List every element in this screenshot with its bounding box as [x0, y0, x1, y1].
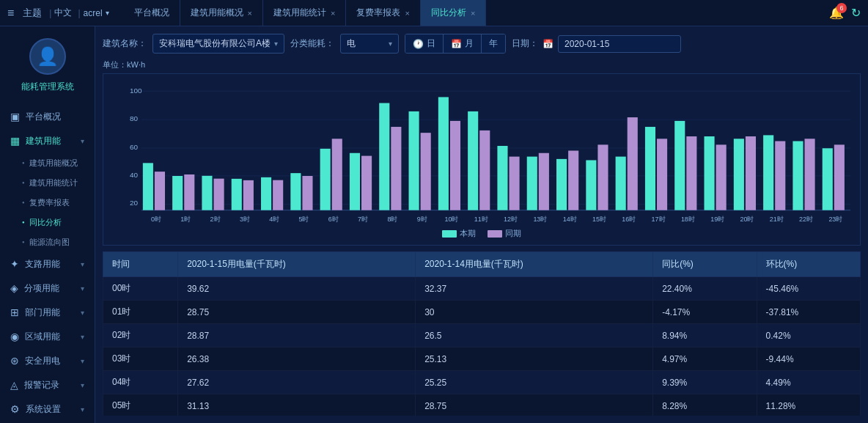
tab-建筑用能概况[interactable]: 建筑用能概况×	[180, 0, 263, 26]
bar-current-8	[379, 103, 389, 210]
table-row: 02时28.8726.58.94%0.42%	[103, 324, 861, 347]
chart-x-label-0: 0时	[151, 216, 161, 223]
table-cell-5-4: 11.28%	[757, 394, 860, 416]
tab-同比分析[interactable]: 同比分析×	[421, 0, 486, 26]
topbar-right: 🔔 6 ↻	[829, 6, 861, 20]
table-cell-0-1: 39.62	[178, 277, 416, 301]
chart-x-label-12: 12时	[504, 216, 518, 223]
table-row: 00时39.6232.3722.40%-45.46%	[103, 277, 861, 301]
tab-close-icon[interactable]: ×	[248, 9, 252, 18]
bar-previous-1	[184, 174, 194, 210]
avatar: 👤	[29, 38, 66, 75]
table-cell-4-2: 25.25	[416, 371, 653, 394]
svg-text:20: 20	[130, 199, 139, 207]
table-header-1: 2020-1-15用电量(千瓦时)	[178, 252, 416, 277]
table-header-4: 环比(%)	[757, 252, 860, 277]
tab-close-icon[interactable]: ×	[331, 9, 335, 18]
table-row: 04时27.6225.259.39%4.49%	[103, 371, 861, 394]
table-cell-0-4: -45.46%	[757, 277, 860, 301]
sidebar-item-7[interactable]: ◬ 报警记录 ▾	[0, 373, 95, 397]
table-header-0: 时间	[103, 252, 178, 277]
user-arrow-icon[interactable]: ▾	[106, 9, 109, 17]
sidebar-sub-item-1-2[interactable]: 复费率报表	[0, 193, 95, 213]
sidebar-item-8[interactable]: ⚙ 系统设置 ▾	[0, 397, 95, 422]
bar-previous-3	[243, 180, 254, 210]
lang-switch[interactable]: 中文	[54, 7, 72, 19]
bar-previous-14	[568, 151, 578, 210]
table-cell-1-4: -37.81%	[757, 301, 860, 324]
building-select[interactable]: 安科瑞电气股份有限公司A楼 ▾	[152, 34, 284, 54]
bar-previous-21	[775, 141, 785, 210]
calendar-month-button[interactable]: 📅 月	[444, 34, 482, 53]
chart-container: 100 80 60 40 20 0时1时2时3时4时5时6时7时8时9时10时1…	[103, 73, 861, 246]
bar-previous-11	[479, 130, 490, 210]
svg-text:60: 60	[130, 143, 139, 151]
legend-previous-color	[488, 230, 502, 238]
bar-current-5	[290, 173, 301, 210]
sidebar-sub-item-1-4[interactable]: 能源流向图	[0, 232, 95, 252]
nav-label-4: 部门用能	[25, 306, 60, 319]
bar-current-22	[792, 141, 803, 210]
sidebar-item-1[interactable]: ▦ 建筑用能 ▾	[0, 129, 95, 153]
nav-arrow-icon-5: ▾	[81, 333, 84, 341]
chart-x-label-5: 5时	[298, 216, 309, 223]
category-label: 分类能耗：	[290, 37, 334, 50]
table-cell-0-2: 32.37	[416, 277, 653, 301]
tab-平台概况[interactable]: 平台概况	[124, 0, 180, 26]
bar-previous-18	[686, 136, 696, 210]
menu-icon[interactable]: ≡	[7, 7, 14, 20]
nav-label-3: 分项用能	[24, 282, 59, 295]
bar-current-16	[616, 157, 626, 210]
bar-current-4	[261, 177, 271, 210]
bar-current-12	[497, 146, 507, 210]
bar-previous-17	[657, 139, 667, 210]
sidebar-item-0[interactable]: ▣ 平台概况	[0, 105, 95, 129]
tabs-bar: 平台概况建筑用能概况×建筑用能统计×复费率报表×同比分析×	[124, 0, 829, 26]
svg-text:80: 80	[130, 114, 139, 122]
sidebar-sub-item-1-1[interactable]: 建筑用能统计	[0, 173, 95, 193]
sidebar-item-5[interactable]: ◉ 区域用能 ▾	[0, 325, 95, 349]
table-header-row: 时间2020-1-15用电量(千瓦时)2020-1-14用电量(千瓦时)同比(%…	[103, 252, 861, 277]
date-input[interactable]	[558, 35, 681, 53]
bar-previous-6	[332, 139, 342, 210]
tab-复费率报表[interactable]: 复费率报表×	[346, 0, 420, 26]
clock-button[interactable]: 🕐 日	[405, 34, 444, 53]
refresh-button[interactable]: ↻	[851, 6, 861, 20]
tab-close-icon[interactable]: ×	[471, 9, 475, 18]
year-button[interactable]: 年	[482, 34, 505, 53]
nav-arrow-icon-7: ▾	[81, 381, 84, 389]
nav-arrow-icon-1: ▾	[81, 137, 84, 145]
sidebar-item-3[interactable]: ◈ 分项用能 ▾	[0, 276, 95, 301]
sidebar-item-2[interactable]: ✦ 支路用能 ▾	[0, 252, 95, 276]
table-cell-3-2: 25.13	[416, 347, 653, 371]
bar-previous-20	[746, 136, 756, 210]
bar-current-2	[202, 176, 212, 210]
notification-button[interactable]: 🔔 6	[829, 6, 844, 20]
sidebar-item-4[interactable]: ⊞ 部门用能 ▾	[0, 301, 95, 325]
bar-current-7	[350, 153, 360, 210]
sidebar-sub-item-1-3[interactable]: 同比分析	[0, 213, 95, 232]
table-header-2: 2020-1-14用电量(千瓦时)	[416, 252, 653, 277]
table-cell-2-2: 26.5	[416, 324, 653, 347]
nav-label-5: 区域用能	[25, 331, 60, 343]
table-cell-5-3: 8.28%	[653, 394, 757, 416]
tab-建筑用能统计[interactable]: 建筑用能统计×	[263, 0, 346, 26]
chart-x-label-21: 21时	[770, 216, 784, 223]
table-row: 03时26.3825.134.97%-9.44%	[103, 347, 861, 371]
tab-close-icon[interactable]: ×	[405, 9, 409, 18]
bar-current-14	[556, 159, 567, 210]
category-select[interactable]: 电 ▾	[340, 34, 399, 54]
bar-previous-23	[834, 144, 845, 210]
bar-current-23	[823, 148, 833, 210]
chart-x-label-23: 23时	[828, 216, 842, 223]
sidebar-item-6[interactable]: ⊛ 安全用电 ▾	[0, 349, 95, 373]
user-label[interactable]: acrel	[84, 8, 103, 18]
sidebar-sub-item-1-0[interactable]: 建筑用能概况	[0, 153, 95, 173]
nav-arrow-icon-4: ▾	[81, 309, 84, 317]
table-cell-5-0: 05时	[103, 394, 178, 416]
topbar: ≡ 主题 | 中文 | acrel ▾ 平台概况建筑用能概况×建筑用能统计×复费…	[0, 0, 868, 26]
date-field: 日期： 📅	[512, 35, 681, 53]
bar-current-17	[645, 127, 655, 210]
chart-x-label-10: 10时	[444, 216, 458, 223]
legend-current-label: 本期	[460, 228, 476, 239]
